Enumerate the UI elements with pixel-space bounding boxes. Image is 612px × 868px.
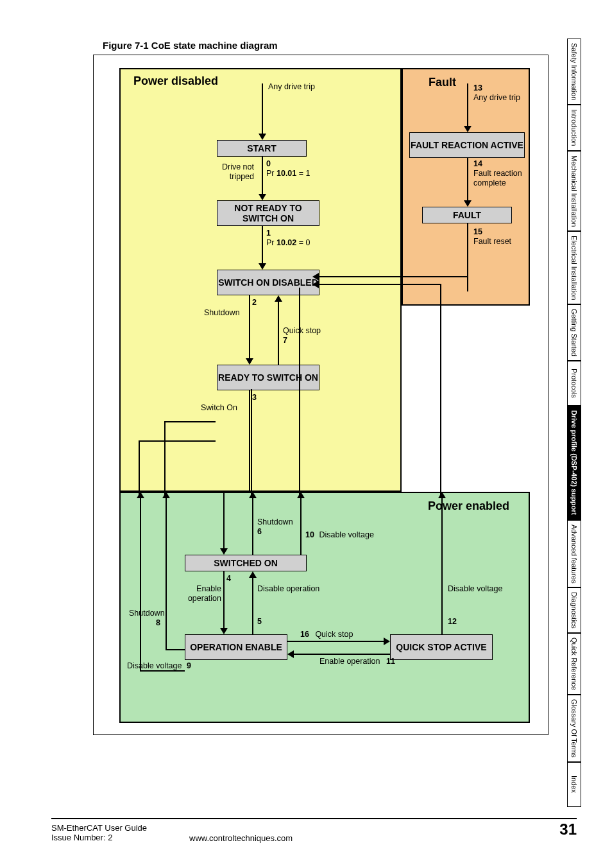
transition-label: Disable voltage: [448, 584, 502, 594]
transition-label: 12: [448, 617, 457, 627]
transition-label: Enable operation 11: [319, 657, 395, 666]
transition-label: Disable voltage 9: [127, 661, 191, 671]
arrow: [164, 421, 216, 422]
arrowhead-icon: [162, 492, 170, 498]
arrow: [300, 498, 302, 555]
arrow: [262, 157, 263, 195]
arrow: [166, 498, 167, 649]
tab-index[interactable]: Index: [567, 762, 581, 807]
label-text: Disable operation: [257, 584, 319, 594]
arrow: [223, 571, 225, 629]
arrow: [278, 302, 279, 366]
arrow: [467, 83, 468, 127]
transition-label: 10 Disable voltage: [305, 530, 374, 540]
state-ready-to-switch-on: READY TO SWITCH ON: [217, 365, 319, 390]
transition-label: Shutdown 8: [129, 609, 165, 628]
arrow: [287, 641, 384, 642]
arrowhead-icon: [249, 492, 257, 498]
footer-url: www.controltechniques.com: [189, 833, 293, 843]
tab-protocols[interactable]: Protocols: [567, 361, 581, 406]
page-footer: SM-EtherCAT User Guide Issue Number: 2 w…: [51, 818, 577, 842]
label-num: 3: [252, 393, 257, 403]
state-quick-stop-active: QUICK STOP ACTIVE: [390, 634, 493, 660]
label-num: 9: [187, 661, 191, 670]
state-switch-on-disabled: SWITCH ON DISABLED: [217, 270, 319, 295]
state-not-ready: NOT READY TO SWITCH ON: [217, 200, 319, 226]
arrow: [140, 498, 141, 670]
page-number: 31: [559, 820, 577, 838]
transition-label: Switch On: [201, 403, 237, 413]
label-num: 15: [473, 227, 511, 237]
arrow: [440, 284, 441, 497]
region-title: Power disabled: [133, 74, 218, 88]
tab-quick-reference[interactable]: Quick Reference: [567, 633, 581, 695]
tab-diagnostics[interactable]: Diagnostics: [567, 587, 581, 633]
arrowhead-icon: [220, 628, 228, 634]
label-text: Disable voltage: [127, 661, 182, 670]
arrowhead-icon: [259, 263, 266, 270]
state-operation-enable: OPERATION ENABLE: [185, 634, 287, 660]
label-text: Switch On: [201, 403, 237, 412]
label-num: 0: [266, 159, 310, 169]
issue-number: Issue Number: 2: [51, 833, 577, 842]
tab-drive-profile-dsp-402-support[interactable]: Drive profile (DSP-402) support: [567, 406, 581, 519]
tab-getting-started[interactable]: Getting Started: [567, 304, 581, 361]
arrow: [262, 83, 263, 135]
page: Figure 7-1 CoE state machine diagram Pow…: [0, 0, 612, 868]
label-num: 1: [266, 229, 310, 238]
arrow: [262, 226, 263, 265]
tab-glossary-of-terms[interactable]: Glossary Of Terms: [567, 695, 581, 762]
transition-label: Disable operation: [257, 584, 319, 594]
arrow: [318, 276, 467, 277]
state-switched-on: SWITCHED ON: [185, 555, 307, 571]
arrow: [249, 295, 250, 360]
state-start: START: [217, 140, 307, 157]
arrow: [299, 288, 300, 497]
region-power-disabled: Power disabled Any drive trip START Driv…: [119, 68, 402, 492]
arrowhead-icon: [275, 295, 282, 302]
tab-introduction[interactable]: Introduction: [567, 105, 581, 150]
state-machine-diagram: Power disabled Any drive trip START Driv…: [93, 55, 548, 735]
label-text: Any drive trip: [268, 82, 315, 91]
arrowhead-icon: [464, 200, 472, 207]
label-text: Shutdown: [129, 609, 165, 618]
label-text: Enable operation: [319, 657, 380, 666]
transition-label: Quick stop 7: [283, 326, 321, 345]
label-text: Disable voltage: [319, 530, 373, 539]
transition-label: 15 Fault reset: [473, 227, 511, 247]
arrowhead-icon: [297, 492, 305, 498]
label-num: 7: [283, 336, 321, 345]
state-fault: FAULT: [422, 207, 512, 223]
transition-label: 1 Pr 10.02 = 0: [266, 229, 310, 248]
transition-label: 3: [252, 393, 257, 403]
transition-label: Any drive trip: [268, 82, 332, 92]
label-text: Quick stop: [315, 630, 353, 639]
transition-label: Drive not tripped: [203, 162, 254, 182]
arrow: [139, 440, 216, 442]
transition-label: Shutdown 6: [257, 517, 293, 537]
arrowhead-icon: [137, 492, 144, 498]
arrow: [252, 578, 253, 634]
tab-electrical-installation[interactable]: Electrical Installation: [567, 231, 581, 304]
label-num: 12: [448, 617, 457, 626]
arrowhead-icon: [438, 492, 446, 498]
label-text: Quick stop: [283, 326, 321, 336]
tab-mechanical-installation[interactable]: Mechanical Installation: [567, 151, 581, 231]
arrow: [164, 421, 166, 497]
arrowhead-icon: [249, 571, 257, 578]
label-num: 5: [257, 617, 262, 626]
transition-label: Shutdown: [204, 308, 240, 318]
label-num: 6: [257, 527, 293, 537]
label-text: Shutdown: [204, 308, 240, 317]
tab-safety-information[interactable]: Safety Information: [567, 39, 581, 105]
label-text: Disable voltage: [448, 584, 502, 594]
tab-advanced-features[interactable]: Advanced features: [567, 520, 581, 588]
arrow: [249, 390, 250, 493]
label-num: 4: [226, 574, 231, 584]
transition-label: 14 Fault reaction complete: [473, 159, 529, 188]
transition-label: 13 Any drive trip: [473, 83, 520, 103]
label-num: 10: [305, 530, 314, 539]
arrowhead-icon: [312, 281, 319, 288]
arrow: [467, 158, 468, 202]
transition-label: 16 Quick stop: [300, 630, 353, 639]
